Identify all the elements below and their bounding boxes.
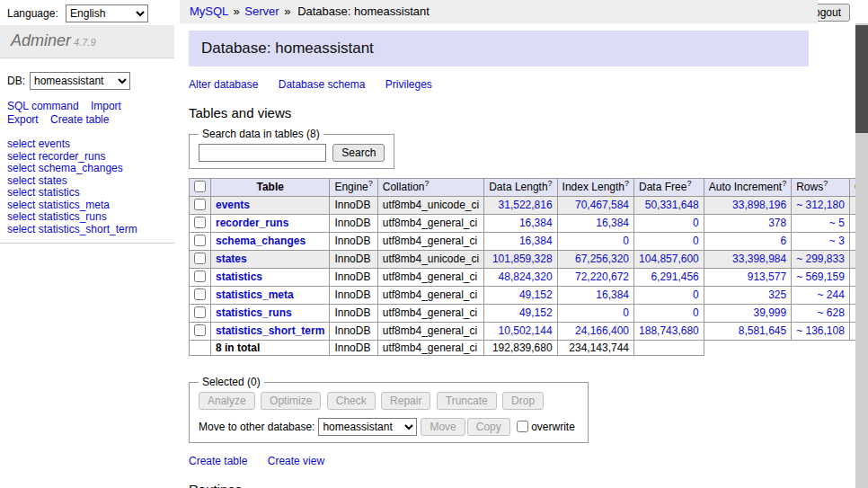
data-free-link[interactable]: 0 bbox=[693, 235, 699, 247]
index-length-link[interactable]: 0 bbox=[623, 235, 629, 247]
auto-increment-link[interactable]: 325 bbox=[768, 288, 786, 301]
help-icon[interactable]: ? bbox=[823, 179, 828, 188]
row-checkbox[interactable] bbox=[194, 306, 206, 318]
column-header-rows[interactable]: Rows? bbox=[792, 179, 850, 197]
repair-button[interactable]: Repair bbox=[381, 392, 430, 410]
search-button[interactable]: Search bbox=[332, 144, 385, 162]
row-checkbox[interactable] bbox=[194, 288, 206, 300]
rows-link[interactable]: ~ 569,159 bbox=[796, 271, 845, 283]
sidebar-action-import-link[interactable]: Import bbox=[91, 100, 121, 112]
sidebar-select-events-link[interactable]: select events bbox=[7, 138, 167, 151]
help-icon[interactable]: ? bbox=[782, 179, 786, 188]
truncate-button[interactable]: Truncate bbox=[437, 392, 497, 410]
breadcrumb-server-link[interactable]: Server bbox=[244, 4, 279, 18]
scrollbar-track[interactable] bbox=[855, 23, 868, 488]
index-length-link[interactable]: 72,220,672 bbox=[575, 271, 629, 283]
sidebar-action-create-table-link[interactable]: Create table bbox=[50, 113, 109, 126]
auto-increment-link[interactable]: 33,398,984 bbox=[732, 253, 786, 265]
data-length-link[interactable]: 31,522,816 bbox=[499, 199, 553, 211]
help-icon[interactable]: ? bbox=[548, 179, 553, 188]
search-input[interactable] bbox=[199, 144, 326, 162]
move-button[interactable]: Move bbox=[421, 418, 465, 436]
row-checkbox[interactable] bbox=[194, 235, 206, 246]
auto-increment-link[interactable]: 39,999 bbox=[753, 306, 786, 319]
rows-link[interactable]: ~ 312,180 bbox=[796, 199, 845, 211]
analyze-button[interactable]: Analyze bbox=[199, 392, 255, 410]
sidebar-action-sql-command-link[interactable]: SQL command bbox=[7, 100, 79, 112]
move-db-select[interactable]: homeassistant bbox=[318, 418, 417, 436]
auto-increment-link[interactable]: 6 bbox=[780, 235, 786, 247]
table-name-link[interactable]: events bbox=[216, 199, 250, 211]
table-name-link[interactable]: recorder_runs bbox=[216, 217, 288, 229]
overwrite-checkbox[interactable] bbox=[517, 421, 528, 432]
bottom-create-table-link[interactable]: Create table bbox=[189, 455, 247, 467]
check-all-checkbox[interactable] bbox=[194, 181, 206, 192]
row-checkbox[interactable] bbox=[194, 199, 206, 210]
index-length-link[interactable]: 0 bbox=[623, 306, 629, 319]
index-length-link[interactable]: 24,166,400 bbox=[575, 324, 629, 337]
sidebar-select-statistics-meta-link[interactable]: select statistics_meta bbox=[7, 200, 167, 212]
row-checkbox[interactable] bbox=[194, 271, 206, 282]
auto-increment-link[interactable]: 913,577 bbox=[748, 271, 786, 283]
data-length-link[interactable]: 16,384 bbox=[519, 235, 553, 247]
column-header-table[interactable]: Table bbox=[211, 179, 330, 197]
data-free-link[interactable]: 6,291,456 bbox=[651, 271, 698, 283]
data-free-link[interactable]: 104,857,600 bbox=[639, 253, 699, 265]
rows-link[interactable]: ~ 136,108 bbox=[796, 324, 845, 337]
data-length-link[interactable]: 48,824,320 bbox=[499, 271, 553, 283]
auto-increment-link[interactable]: 378 bbox=[768, 217, 786, 229]
column-header-data-length[interactable]: Data Length? bbox=[484, 179, 557, 197]
table-name-link[interactable]: statistics_short_term bbox=[216, 324, 324, 337]
sidebar-select-statistics-runs-link[interactable]: select statistics_runs bbox=[7, 211, 167, 224]
check-button[interactable]: Check bbox=[327, 392, 376, 410]
table-name-link[interactable]: statistics bbox=[216, 271, 262, 283]
sidebar-select-recorder-runs-link[interactable]: select recorder_runs bbox=[7, 151, 167, 164]
column-header-engine[interactable]: Engine? bbox=[330, 179, 377, 197]
data-length-link[interactable]: 101,859,328 bbox=[492, 253, 553, 265]
help-icon[interactable]: ? bbox=[424, 179, 429, 188]
copy-button[interactable]: Copy bbox=[467, 418, 510, 436]
rows-link[interactable]: ~ 3 bbox=[829, 235, 845, 247]
column-header-collation[interactable]: Collation? bbox=[377, 179, 483, 197]
sidebar-select-statistics-link[interactable]: select statistics bbox=[7, 187, 167, 200]
scrollbar-thumb[interactable] bbox=[855, 25, 868, 133]
column-header-index-length[interactable]: Index Length? bbox=[557, 179, 633, 197]
data-length-link[interactable]: 10,502,144 bbox=[499, 324, 553, 337]
help-icon[interactable]: ? bbox=[368, 179, 373, 188]
rows-link[interactable]: ~ 299,833 bbox=[796, 253, 845, 265]
index-length-link[interactable]: 70,467,584 bbox=[575, 199, 629, 211]
bottom-create-view-link[interactable]: Create view bbox=[268, 455, 324, 467]
sidebar-action-export-link[interactable]: Export bbox=[7, 113, 39, 126]
language-select[interactable]: English bbox=[66, 4, 148, 22]
db-action-privileges-link[interactable]: Privileges bbox=[385, 78, 432, 91]
index-length-link[interactable]: 16,384 bbox=[596, 288, 629, 301]
auto-increment-link[interactable]: 33,898,196 bbox=[732, 199, 786, 211]
table-name-link[interactable]: statistics_meta bbox=[216, 288, 294, 301]
rows-link[interactable]: ~ 628 bbox=[818, 306, 845, 319]
rows-link[interactable]: ~ 5 bbox=[829, 217, 845, 229]
sidebar-select-schema-changes-link[interactable]: select schema_changes bbox=[7, 163, 167, 175]
table-name-link[interactable]: statistics_runs bbox=[216, 306, 292, 319]
data-free-link[interactable]: 0 bbox=[693, 217, 699, 229]
db-action-database-schema-link[interactable]: Database schema bbox=[279, 78, 366, 91]
help-icon[interactable]: ? bbox=[624, 179, 629, 188]
db-select[interactable]: homeassistant bbox=[30, 72, 130, 90]
auto-increment-link[interactable]: 8,581,645 bbox=[739, 324, 786, 337]
drop-button[interactable]: Drop bbox=[502, 392, 544, 410]
data-free-link[interactable]: 188,743,680 bbox=[639, 324, 699, 337]
column-header-data-free[interactable]: Data Free? bbox=[634, 179, 704, 197]
row-checkbox[interactable] bbox=[194, 324, 206, 336]
sidebar-select-statistics-short-term-link[interactable]: select statistics_short_term bbox=[7, 224, 167, 236]
table-name-link[interactable]: schema_changes bbox=[216, 235, 306, 247]
data-free-link[interactable]: 50,331,648 bbox=[645, 199, 699, 211]
data-free-link[interactable]: 0 bbox=[693, 288, 699, 301]
row-checkbox[interactable] bbox=[194, 217, 206, 228]
optimize-button[interactable]: Optimize bbox=[261, 392, 321, 410]
column-header-auto-increment[interactable]: Auto Increment? bbox=[704, 179, 791, 197]
table-name-link[interactable]: states bbox=[216, 253, 247, 265]
data-length-link[interactable]: 16,384 bbox=[519, 217, 553, 229]
db-action-alter-database-link[interactable]: Alter database bbox=[189, 78, 258, 91]
sidebar-select-states-link[interactable]: select states bbox=[7, 175, 167, 188]
index-length-link[interactable]: 16,384 bbox=[596, 217, 629, 229]
data-length-link[interactable]: 49,152 bbox=[519, 288, 553, 301]
